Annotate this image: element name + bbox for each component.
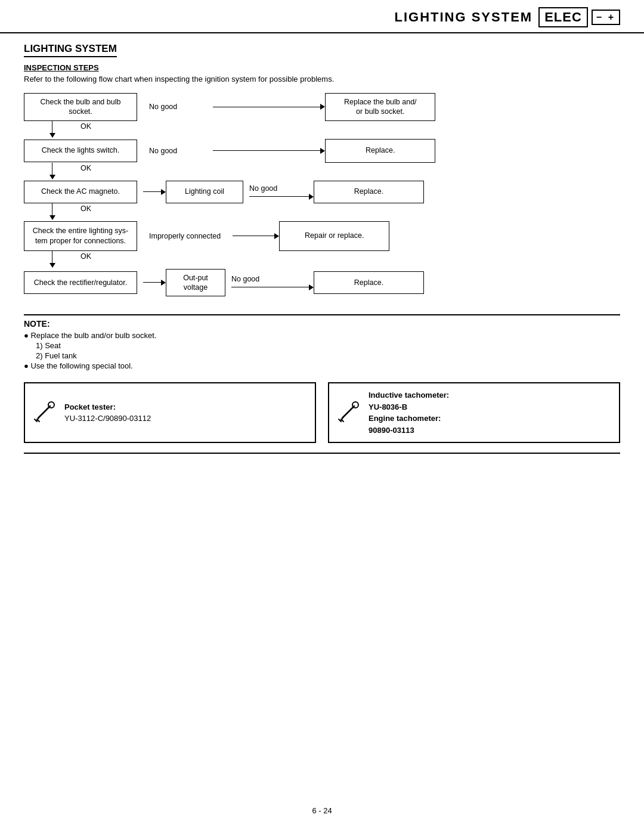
sub-list: 1) Seat 2) Fuel tank: [24, 341, 620, 360]
note-item-2: Use the following special tool.: [24, 361, 620, 370]
flow-box-ac-magneto: Check the AC magneto.: [24, 181, 137, 203]
tool-model-1: YU-3112-C/90890-03112: [64, 414, 151, 423]
arrow-1: [213, 104, 325, 110]
down-arrow-1: [24, 121, 80, 138]
arrow-head-5a: [161, 280, 166, 286]
no-good-label-5: No good: [231, 275, 259, 283]
row3-no-good-area: No good: [249, 184, 314, 200]
note-list: Replace the bulb and/or bulb socket. 1) …: [24, 331, 620, 370]
down-arrow-row-2: OK: [24, 163, 620, 181]
arrow-line-2: [213, 150, 320, 151]
row3-middle: Lighting coil No good Replace.: [137, 181, 424, 203]
row4-arrow-area: Improperly connected Repair or replace.: [137, 221, 620, 251]
arrow-5b: [231, 284, 314, 290]
row2-arrow-area: No good Replace.: [137, 139, 620, 163]
tool-box-1: Pocket tester: YU-3112-C/90890-03112: [24, 382, 316, 443]
sub-item-2: 2) Fuel tank: [36, 351, 620, 360]
down-arrow-row-1: OK: [24, 121, 620, 139]
tool-extra-model-2: 90890-03113: [369, 426, 414, 435]
arrow-line-4: [233, 236, 274, 236]
elec-badge: ELEC: [538, 7, 588, 27]
flow-box-replace-2: Replace.: [325, 139, 435, 163]
flow-box-replace-bulb: Replace the bulb and/or bulb socket.: [325, 93, 435, 121]
v-line-1: [52, 121, 52, 133]
flow-box-rectifier: Check the rectifier/regulator.: [24, 271, 137, 294]
flow-row-3: Check the AC magneto. Lighting coil No g…: [24, 181, 620, 203]
svg-line-5: [342, 406, 354, 418]
flow-box-repair-replace: Repair or replace.: [279, 221, 389, 251]
note-title: NOTE:: [24, 319, 620, 329]
row5-middle: Out-putvoltage No good Replace.: [137, 269, 424, 297]
pocket-tester-icon: [33, 399, 57, 427]
arrow-4: [233, 233, 279, 239]
arrow-line-3a: [143, 191, 161, 192]
page-number: 6 - 24: [312, 806, 332, 815]
arrow-line-3b: [249, 196, 309, 197]
arrow-head-3a: [161, 189, 166, 195]
arrow-head-3b: [309, 194, 314, 200]
no-good-label-3: No good: [249, 184, 277, 193]
down-head-3: [49, 215, 55, 220]
arrow-5a: [137, 280, 166, 286]
tool-extra-2: Engine tachometer:: [369, 414, 441, 423]
tool-text-2: Inductive tachometer: YU-8036-B Engine t…: [369, 389, 449, 436]
note-item-1: Replace the bulb and/or bulb socket.: [24, 331, 620, 340]
row5-no-good-area: No good: [231, 275, 314, 290]
tool-text-1: Pocket tester: YU-3112-C/90890-03112: [64, 401, 151, 425]
arrow-line-5b: [231, 287, 309, 287]
note-sub-list: 1) Seat 2) Fuel tank: [24, 341, 620, 360]
page-header: LIGHTING SYSTEM ELEC − +: [0, 0, 644, 33]
v-line-2: [52, 163, 52, 175]
note-section: NOTE: Replace the bulb and/or bulb socke…: [24, 314, 620, 370]
svg-line-0: [38, 406, 50, 418]
flow-row-4: Check the entire lighting sys-tem proper…: [24, 221, 620, 251]
ok-label-2: OK: [80, 163, 91, 172]
row2-right: No good Replace.: [137, 139, 620, 163]
down-head-1: [49, 133, 55, 138]
down-arrow-row-4: OK: [24, 251, 620, 269]
arrow-head-4: [274, 233, 279, 239]
section-title: LIGHTING SYSTEM: [24, 43, 117, 57]
sub-item-1: 1) Seat: [36, 341, 620, 350]
down-head-2: [49, 175, 55, 179]
flowchart: Check the bulb and bulbsocket. No good R…: [24, 93, 620, 296]
flow-box-check-bulb: Check the bulb and bulbsocket.: [24, 93, 137, 121]
arrow-line-5a: [143, 282, 161, 283]
arrow-head-5b: [309, 284, 314, 290]
tool-name-1: Pocket tester:: [64, 402, 116, 411]
no-good-label-2: No good: [149, 147, 177, 155]
arrow-3a: [137, 189, 166, 195]
bottom-border: [24, 453, 620, 454]
down-arrow-3: [24, 203, 80, 220]
down-arrow-row-3: OK: [24, 203, 620, 221]
flow-box-replace-3: Replace.: [314, 181, 424, 203]
elec-text: ELEC: [544, 10, 582, 25]
row1-arrow-area: No good Replace the bulb and/or bulb soc…: [137, 93, 620, 121]
down-arrow-2: [24, 163, 80, 179]
ok-label-1: OK: [80, 121, 91, 131]
header-title: LIGHTING SYSTEM: [394, 10, 532, 25]
tool-box-2: Inductive tachometer: YU-8036-B Engine t…: [328, 382, 620, 443]
flow-row-1: Check the bulb and bulbsocket. No good R…: [24, 93, 620, 121]
down-arrow-4: [24, 251, 80, 268]
flow-box-lighting-coil: Lighting coil: [166, 181, 243, 203]
flow-box-replace-5: Replace.: [314, 271, 424, 294]
arrow-3b: [249, 194, 314, 200]
svg-point-6: [352, 402, 358, 408]
flow-box-output-voltage: Out-putvoltage: [166, 269, 225, 297]
intro-text: Refer to the following flow chart when i…: [24, 75, 620, 83]
arrow-line-1: [213, 107, 320, 107]
flow-row-5: Check the rectifier/regulator. Out-putvo…: [24, 269, 620, 297]
tachometer-icon: [338, 399, 361, 427]
arrow-head-2: [320, 148, 325, 154]
ok-label-3: OK: [80, 203, 91, 213]
row4-right: Improperly connected Repair or replace.: [137, 221, 620, 251]
no-good-label-1: No good: [149, 103, 177, 111]
down-head-4: [49, 263, 55, 268]
v-line-4: [52, 251, 52, 263]
page-content: LIGHTING SYSTEM INSPECTION STEPS Refer t…: [0, 43, 644, 454]
row1-right: No good Replace the bulb and/or bulb soc…: [137, 93, 620, 121]
tool-model-2: YU-8036-B: [369, 402, 407, 411]
v-line-3: [52, 203, 52, 215]
svg-point-1: [48, 402, 54, 408]
